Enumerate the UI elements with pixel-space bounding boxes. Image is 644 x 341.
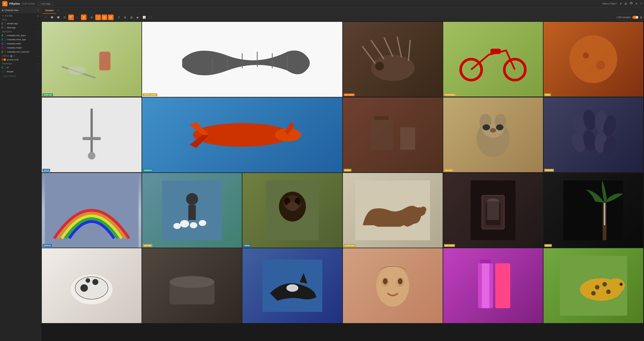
tabs-bar: Samples + xyxy=(41,7,644,14)
grid-cell-mars[interactable]: mars xyxy=(544,22,643,97)
height-checkbox[interactable] xyxy=(4,46,6,49)
sidebar-item-width[interactable]: metadata.width › xyxy=(0,41,41,46)
tag2-button[interactable] xyxy=(56,14,61,20)
grid-cell-chimp[interactable]: chimp xyxy=(242,173,342,248)
sidebar-item-size-bytes[interactable]: metadata.size_bytes › xyxy=(0,33,41,37)
list-view-button[interactable]: ☰ xyxy=(81,14,86,20)
svg-line-15 xyxy=(397,36,401,57)
github-icon[interactable] xyxy=(630,2,633,5)
grid-cell-golf-ball[interactable]: golf-ball xyxy=(142,173,242,248)
svg-point-23 xyxy=(596,61,605,70)
sidebar-item-filepath[interactable]: filepath › xyxy=(0,69,41,74)
mime-type-checkbox[interactable] xyxy=(4,38,6,41)
sidebar-item-sample-tags[interactable]: sample tags › xyxy=(0,21,41,25)
svg-point-78 xyxy=(170,276,214,288)
grid-cell-row4d[interactable] xyxy=(343,248,443,323)
grid-cell-row4a[interactable] xyxy=(42,248,142,323)
tags-label: TAGS xyxy=(2,19,7,21)
sidebar-item-height[interactable]: metadata.height › xyxy=(0,46,41,50)
grid-layout-icon[interactable]: ⊞ xyxy=(640,16,642,19)
id-color xyxy=(2,66,2,69)
size-bytes-checkbox[interactable] xyxy=(4,34,6,36)
grid-view-button[interactable]: ⊞ xyxy=(122,14,128,20)
tab-samples[interactable]: Samples xyxy=(43,7,56,13)
ground-truth-label: ground_truth xyxy=(7,58,37,61)
help-icon[interactable]: ? xyxy=(640,2,642,5)
svg-point-22 xyxy=(583,52,589,58)
copy-button[interactable]: ⬚ xyxy=(95,14,101,20)
cell-label-electric-guitar: electric-guitar xyxy=(143,93,157,96)
grid-cell-row4f[interactable] xyxy=(544,248,643,323)
search-button[interactable]: 🔍 xyxy=(68,14,74,20)
svg-point-54 xyxy=(173,223,181,229)
ground-truth-checkbox[interactable] xyxy=(4,58,6,61)
add-stage-button[interactable]: + add stage xyxy=(38,2,53,5)
mime-type-label: metadata.mime_type xyxy=(7,38,37,41)
grid-cell-row4b[interactable] xyxy=(142,248,242,323)
label-tags-chevron: › xyxy=(38,27,39,28)
back-button[interactable]: ‹ xyxy=(43,14,48,20)
num-channels-chevron: › xyxy=(38,51,39,53)
settings2-button[interactable]: ⚙ xyxy=(89,14,94,20)
labels-label: LABELS xyxy=(2,55,9,57)
grid-cell-porcupine[interactable]: porcupine xyxy=(343,22,443,97)
num-channels-checkbox[interactable] xyxy=(4,51,6,53)
grid-cell-electric-guitar[interactable]: electric-guitar xyxy=(142,22,342,97)
filter-settings-icon[interactable]: ⚙ xyxy=(37,15,39,17)
sample-tags-chevron: › xyxy=(38,22,39,24)
svg-point-26 xyxy=(88,152,96,159)
grid-cell-greyhound[interactable]: greyhound xyxy=(343,173,443,248)
cell-label-rainbow: rainbow xyxy=(42,244,52,247)
labels-section: LABELS 1 ✓ — xyxy=(0,54,41,57)
content-area: Samples + ‹ ⊡ 🔍 ⋮ ☰ ⚙ ⬚ ⊟ xyxy=(41,7,644,341)
tag-button[interactable] xyxy=(49,14,55,20)
sample-tags-checkbox[interactable] xyxy=(4,22,6,24)
width-color xyxy=(2,42,2,45)
sidebar: Unsaved view ▼ ▼ FILTER ⚙ TAGS — sample … xyxy=(0,7,41,341)
add-group-button[interactable]: + ADD GROUP xyxy=(0,74,41,79)
sidebar-item-mime-type[interactable]: metadata.mime_type › xyxy=(0,37,41,41)
grid-cell-row4c[interactable] xyxy=(242,248,342,323)
grid-cell-motorbikes[interactable]: motorbikes xyxy=(443,22,543,97)
svg-point-17 xyxy=(375,62,384,71)
grid-cell-skunk[interactable]: skunk xyxy=(544,173,643,248)
sidebar-item-num-channels[interactable]: metadata.num_channels › xyxy=(0,50,41,54)
share-button[interactable]: ⛶ xyxy=(148,14,153,20)
id-checkbox[interactable] xyxy=(4,66,6,68)
grid-cell-gas-pump[interactable]: gas-pump xyxy=(443,173,543,248)
chart-button[interactable]: 📊 xyxy=(141,14,147,20)
table-view-button[interactable]: ▤ xyxy=(129,14,134,20)
sun-icon[interactable]: ☀ xyxy=(620,2,622,5)
grid-cell-raccoon[interactable]: raccoon xyxy=(443,97,543,173)
filepath-checkbox[interactable] xyxy=(4,70,6,73)
spiral-button[interactable] xyxy=(108,14,114,20)
label-tags-checkbox[interactable] xyxy=(4,26,6,29)
tab-add-button[interactable]: + xyxy=(56,9,60,12)
close-icon[interactable]: ✕ xyxy=(635,2,638,5)
view-selector[interactable]: Unsaved view ▼ xyxy=(0,7,41,13)
grid-cell-sword[interactable]: sword xyxy=(42,97,142,173)
undo-button[interactable]: ↺ xyxy=(116,14,122,20)
grid-cell-rainbow[interactable]: rainbow xyxy=(42,173,142,248)
sidebar-item-label-tags[interactable]: label tags › xyxy=(0,25,41,30)
sidebar-item-id[interactable]: id › xyxy=(0,65,41,69)
grid-cell-clutter[interactable]: clutter xyxy=(343,97,443,173)
grid-cell-mussels[interactable]: mussels xyxy=(544,97,643,173)
view-toggle[interactable] xyxy=(632,16,638,19)
plus-grid-icon[interactable]: ⊞ xyxy=(624,2,627,5)
svg-point-96 xyxy=(595,285,599,289)
sidebar-item-ground-truth[interactable]: ground_truth › xyxy=(0,57,41,62)
cell-label-clutter: clutter xyxy=(344,169,352,172)
width-checkbox[interactable] xyxy=(4,42,6,45)
grid-cell-row4e[interactable] xyxy=(443,248,543,323)
grid-cell-airplanes[interactable]: airplanes xyxy=(142,97,342,173)
grid-cell-soda-can[interactable]: soda-can xyxy=(42,22,142,97)
filter-label: FILTER xyxy=(5,15,12,17)
size-bytes-label: metadata.size_bytes xyxy=(7,34,37,36)
select-button[interactable]: ⊡ xyxy=(62,14,68,20)
svg-point-97 xyxy=(602,282,607,286)
play-button[interactable]: ▶ xyxy=(135,14,140,20)
filter2-button[interactable]: ⋮ xyxy=(74,14,80,20)
num-channels-label: metadata.num_channels xyxy=(7,51,37,53)
crop-button[interactable]: ⊟ xyxy=(102,14,107,20)
